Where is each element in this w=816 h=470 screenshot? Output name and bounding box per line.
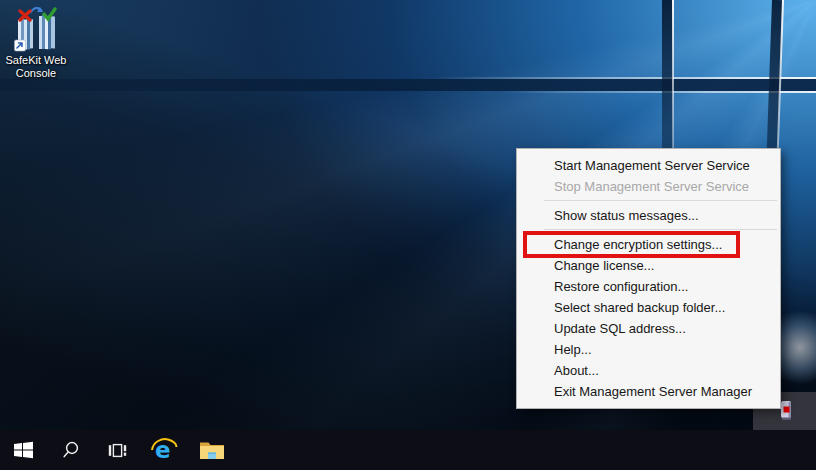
windows-desktop-screen: SafeKit Web Console Start Management Ser… <box>0 0 816 470</box>
search-button[interactable] <box>47 430 94 470</box>
internet-explorer-button[interactable]: e <box>141 430 188 470</box>
menu-item-exit-manager[interactable]: Exit Management Server Manager <box>517 381 780 402</box>
shortcut-label: SafeKit Web Console <box>3 54 69 80</box>
menu-item-restore-configuration[interactable]: Restore configuration... <box>517 276 780 297</box>
menu-item-show-status-messages[interactable]: Show status messages... <box>517 205 780 226</box>
menu-item-select-shared-backup-folder[interactable]: Select shared backup folder... <box>517 297 780 318</box>
taskbar: e <box>0 430 816 470</box>
menu-item-start-service[interactable]: Start Management Server Service <box>517 155 780 176</box>
task-view-icon <box>108 442 127 459</box>
task-view-button[interactable] <box>94 430 141 470</box>
file-explorer-button[interactable] <box>188 430 235 470</box>
menu-separator <box>544 229 777 230</box>
menu-item-update-sql-address[interactable]: Update SQL address... <box>517 318 780 339</box>
menu-item-change-encryption-settings[interactable]: Change encryption settings... <box>517 234 780 255</box>
tray-context-menu: Start Management Server Service Stop Man… <box>516 148 781 409</box>
menu-item-about[interactable]: About... <box>517 360 780 381</box>
internet-explorer-icon: e <box>151 437 178 463</box>
windows-logo-icon <box>14 441 33 459</box>
start-button[interactable] <box>0 430 47 470</box>
search-icon <box>62 441 80 459</box>
menu-item-help[interactable]: Help... <box>517 339 780 360</box>
wallpaper-window-frame-horizontal <box>0 79 816 91</box>
menu-item-change-license[interactable]: Change license... <box>517 255 780 276</box>
desktop-shortcut-safekit-web-console[interactable]: SafeKit Web Console <box>3 5 69 80</box>
wallpaper-glow-line <box>430 77 816 79</box>
safekit-web-console-icon <box>13 5 59 53</box>
menu-separator <box>544 200 777 201</box>
menu-item-stop-service: Stop Management Server Service <box>517 176 780 197</box>
folder-icon <box>199 439 225 461</box>
